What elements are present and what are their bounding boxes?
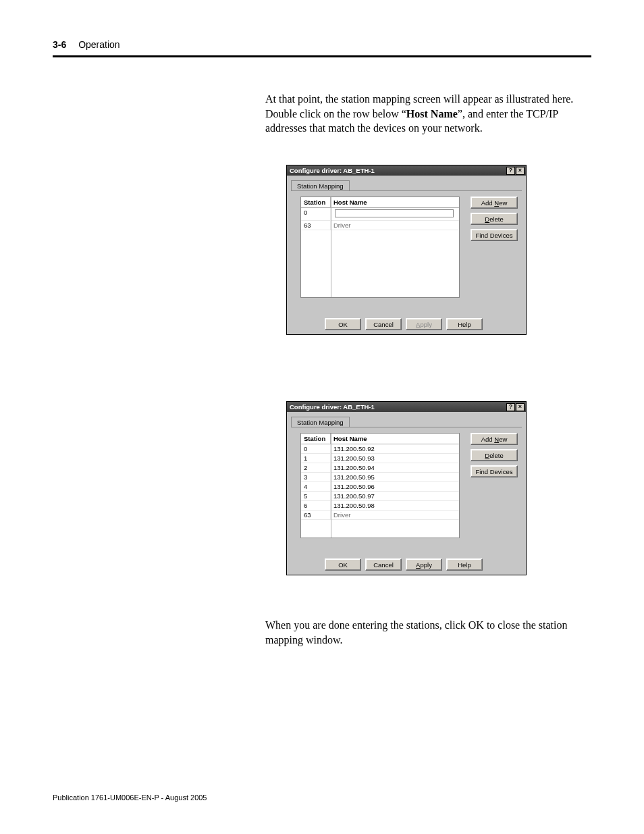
tab-underline xyxy=(291,190,522,191)
cell-host: 131.200.50.95 xyxy=(331,473,459,481)
cell-host: 131.200.50.98 xyxy=(331,501,459,510)
grid-row[interactable]: 63 Driver xyxy=(301,221,459,230)
grid-row[interactable]: 0 xyxy=(301,208,459,221)
cell-host: 131.200.50.94 xyxy=(331,463,459,472)
help-button[interactable]: Help xyxy=(446,558,483,571)
grid-row[interactable]: 3131.200.50.95 xyxy=(301,473,459,482)
delete-button[interactable]: Delete xyxy=(471,213,518,225)
add-new-button[interactable]: Add New xyxy=(471,433,518,445)
dialog-button-bar: OK Cancel Apply Help xyxy=(287,318,526,330)
publication-footer: Publication 1761-UM006E-EN-P - August 20… xyxy=(53,793,207,802)
cell-station: 63 xyxy=(301,221,331,230)
find-devices-button[interactable]: Find Devices xyxy=(471,465,518,477)
cell-station: 0 xyxy=(301,444,331,453)
apply-button[interactable]: Apply xyxy=(406,558,442,571)
grid-row[interactable]: 5131.200.50.97 xyxy=(301,492,459,501)
dialog-title: Configure driver: AB_ETH-1 xyxy=(290,403,375,411)
grid-header: Station Host Name xyxy=(301,434,459,444)
page-header: 3-6 Operation xyxy=(53,39,591,50)
cell-host: Driver xyxy=(331,221,459,230)
grid-row[interactable]: 4131.200.50.96 xyxy=(301,482,459,492)
ok-button[interactable]: OK xyxy=(325,318,361,330)
cell-host: 131.200.50.93 xyxy=(331,454,459,463)
grid-row[interactable]: 6131.200.50.98 xyxy=(301,501,459,511)
grid-row[interactable]: 1131.200.50.93 xyxy=(301,454,459,463)
help-button[interactable]: Help xyxy=(446,318,483,330)
host-edit-box[interactable] xyxy=(335,209,454,217)
delete-button[interactable]: Delete xyxy=(471,449,518,461)
cell-host: 131.200.50.97 xyxy=(331,492,459,500)
column-separator xyxy=(331,434,331,538)
grid-row[interactable]: 63Driver xyxy=(301,511,459,520)
body-paragraph-1: At that point, the station mapping scree… xyxy=(265,92,589,136)
tab-station-mapping[interactable]: Station Mapping xyxy=(291,180,350,191)
para1-hostname: Host Name xyxy=(406,108,458,120)
station-grid[interactable]: Station Host Name 0 63 Driver xyxy=(300,197,460,298)
cell-host-edit[interactable] xyxy=(331,208,459,220)
apply-button: Apply xyxy=(406,318,442,330)
station-mapping-dialog-empty: Configure driver: AB_ETH-1 ? × Station M… xyxy=(286,165,527,335)
dialog-titlebar[interactable]: Configure driver: AB_ETH-1 ? × xyxy=(287,165,526,176)
cell-host: Driver xyxy=(331,511,459,519)
cell-station: 6 xyxy=(301,501,331,510)
help-icon[interactable]: ? xyxy=(506,403,515,411)
page-number: 3-6 xyxy=(53,39,66,50)
dialog-side-buttons: Add New Delete Find Devices xyxy=(471,433,518,477)
station-grid[interactable]: Station Host Name 0131.200.50.92 1131.20… xyxy=(300,433,460,538)
cell-station: 1 xyxy=(301,454,331,463)
cell-station: 2 xyxy=(301,463,331,472)
col-station: Station xyxy=(301,197,331,207)
dialog-title: Configure driver: AB_ETH-1 xyxy=(290,167,375,174)
tab-station-mapping[interactable]: Station Mapping xyxy=(291,417,350,427)
cancel-button[interactable]: Cancel xyxy=(365,318,402,330)
column-separator xyxy=(331,197,331,297)
dialog-side-buttons: Add New Delete Find Devices xyxy=(471,197,518,241)
cell-station: 63 xyxy=(301,511,331,519)
col-hostname: Host Name xyxy=(331,434,459,444)
dialog-titlebar[interactable]: Configure driver: AB_ETH-1 ? × xyxy=(287,402,526,412)
grid-row[interactable]: 2131.200.50.94 xyxy=(301,463,459,473)
cancel-button[interactable]: Cancel xyxy=(365,558,402,571)
close-icon[interactable]: × xyxy=(516,167,525,175)
tab-underline xyxy=(291,427,522,427)
add-new-button[interactable]: Add New xyxy=(471,197,518,209)
find-devices-button[interactable]: Find Devices xyxy=(471,229,518,241)
section-name: Operation xyxy=(78,39,119,50)
col-hostname: Host Name xyxy=(331,197,459,207)
cell-host: 131.200.50.96 xyxy=(331,482,459,491)
col-station: Station xyxy=(301,434,331,444)
grid-header: Station Host Name xyxy=(301,197,459,208)
close-icon[interactable]: × xyxy=(516,403,525,411)
cell-station: 3 xyxy=(301,473,331,481)
body-paragraph-2: When you are done entering the stations,… xyxy=(265,618,589,647)
cell-station: 4 xyxy=(301,482,331,491)
cell-station: 0 xyxy=(301,208,331,220)
header-rule xyxy=(53,55,591,57)
ok-button[interactable]: OK xyxy=(325,558,361,571)
cell-host: 131.200.50.92 xyxy=(331,444,459,453)
help-icon[interactable]: ? xyxy=(506,167,515,175)
dialog-button-bar: OK Cancel Apply Help xyxy=(287,558,526,571)
cell-station: 5 xyxy=(301,492,331,500)
grid-row[interactable]: 0131.200.50.92 xyxy=(301,444,459,454)
station-mapping-dialog-filled: Configure driver: AB_ETH-1 ? × Station M… xyxy=(286,401,527,575)
